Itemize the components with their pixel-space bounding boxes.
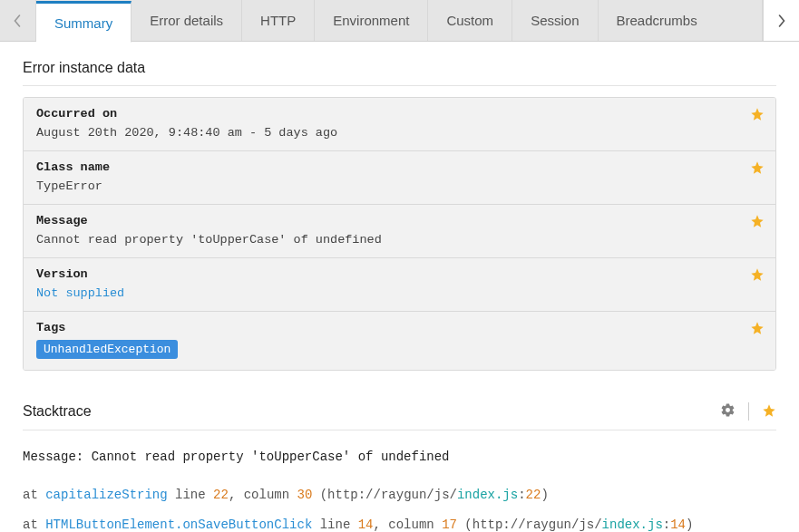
frame-column: 17 (442, 517, 457, 532)
star-icon (762, 403, 776, 418)
card-label: Tags (36, 321, 763, 334)
frame-line: 14 (358, 517, 374, 532)
tab-scroll-right[interactable] (763, 0, 799, 41)
section-title: Error instance data (23, 60, 145, 76)
card-label: Class name (36, 160, 763, 174)
tab-label: Breadcrumbs (617, 13, 697, 28)
chevron-left-icon (14, 15, 22, 27)
card-value: TypeError (36, 179, 763, 193)
card-tags: Tags UnhandledException (24, 312, 775, 370)
star-icon (750, 107, 765, 121)
tag-chip[interactable]: UnhandledException (36, 340, 178, 359)
tab-label: Session (531, 13, 579, 28)
stacktrace-body: Message: Cannot read property 'toUpperCa… (23, 449, 776, 532)
section-header-error-data: Error instance data (23, 60, 776, 86)
card-occurred-on: Occurred on August 20th 2020, 9:48:40 am… (24, 98, 775, 151)
chevron-right-icon (777, 15, 785, 27)
tab-error-details[interactable]: Error details (132, 0, 242, 41)
card-version: Version Not supplied (24, 258, 775, 312)
card-value-link[interactable]: Not supplied (36, 286, 763, 300)
tab-summary[interactable]: Summary (36, 1, 132, 43)
frame-file: index.js (602, 517, 663, 532)
stack-actions (720, 402, 776, 421)
star-toggle[interactable] (750, 107, 765, 124)
frame-line: 22 (213, 488, 229, 502)
card-label: Occurred on (36, 107, 763, 121)
tab-breadcrumbs[interactable]: Breadcrumbs (599, 0, 764, 41)
card-value: August 20th 2020, 9:48:40 am - 5 days ag… (36, 126, 763, 140)
tab-environment[interactable]: Environment (315, 0, 428, 41)
gear-icon (720, 402, 736, 418)
card-message: Message Cannot read property 'toUpperCas… (24, 205, 775, 258)
star-toggle[interactable] (750, 267, 765, 285)
frame-function: HTMLButtonElement.onSaveButtonClick (45, 517, 312, 532)
star-toggle[interactable] (762, 403, 776, 421)
star-icon (750, 267, 765, 282)
stack-frame: at capitalizeString line 22, column 30 (… (23, 487, 776, 505)
divider (748, 402, 749, 421)
card-label: Message (36, 214, 763, 227)
tab-label: Error details (150, 13, 223, 28)
error-data-list: Occurred on August 20th 2020, 9:48:40 am… (23, 97, 776, 371)
frame-column: 30 (297, 488, 313, 502)
tab-scroll-left[interactable] (0, 0, 36, 41)
tab-custom[interactable]: Custom (428, 0, 512, 41)
tab-http[interactable]: HTTP (242, 0, 315, 41)
star-icon (750, 160, 765, 175)
frame-file: index.js (457, 488, 518, 502)
tab-label: Environment (333, 13, 409, 28)
stack-message-text: Cannot read property 'toUpperCase' of un… (92, 450, 450, 464)
tab-bar: Summary Error details HTTP Environment C… (0, 0, 799, 42)
tab-label: Summary (54, 15, 112, 31)
star-icon (750, 321, 765, 335)
tab-session[interactable]: Session (512, 0, 598, 41)
frame-function: capitalizeString (45, 488, 167, 502)
star-toggle[interactable] (750, 321, 765, 338)
star-icon (750, 214, 765, 228)
card-value: Cannot read property 'toUpperCase' of un… (36, 233, 763, 247)
settings-button[interactable] (720, 402, 736, 421)
tab-label: Custom (446, 13, 493, 28)
section-header-stacktrace: Stacktrace (23, 402, 776, 430)
stack-message: Message: Cannot read property 'toUpperCa… (23, 449, 776, 467)
card-class-name: Class name TypeError (24, 151, 775, 205)
stack-frame: at HTMLButtonElement.onSaveButtonClick l… (23, 517, 776, 532)
tab-label: HTTP (260, 13, 296, 28)
star-toggle[interactable] (750, 160, 765, 178)
content-area: Error instance data Occurred on August 2… (0, 42, 799, 532)
star-toggle[interactable] (750, 214, 765, 231)
section-title: Stacktrace (23, 403, 92, 420)
stack-message-label: Message: (23, 450, 83, 464)
card-label: Version (36, 267, 763, 281)
